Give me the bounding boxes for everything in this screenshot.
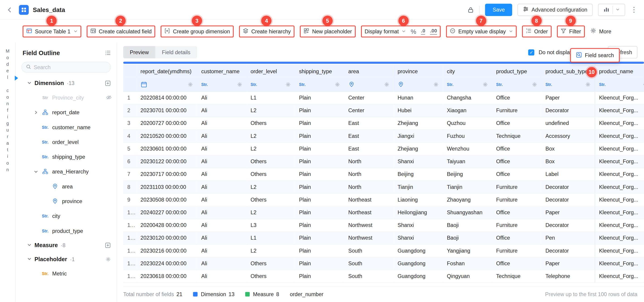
column-header-product_type[interactable]: product_type [492,65,542,78]
chevron-right-icon[interactable] [34,110,38,114]
plus-square-icon[interactable] [105,80,111,86]
eye-off-icon[interactable] [106,95,112,100]
back-icon[interactable] [6,6,13,13]
gear-icon[interactable] [237,82,242,87]
row-number-cell: 3 [123,117,136,129]
table-cell: L2 [246,244,295,257]
gear-icon[interactable] [384,82,390,87]
tab-preview[interactable]: Preview [123,46,155,58]
table-cell: East [344,117,394,129]
chevron-down-icon[interactable] [27,242,32,248]
advanced-configuration-button[interactable]: Advanced configuration [518,4,593,16]
tree-section-dimension[interactable]: Dimension·13 [16,76,116,90]
gear-icon[interactable] [643,82,644,87]
dataset-icon [19,5,29,15]
column-header-shipping_type[interactable]: shipping_type [295,65,344,78]
display-format-dropdown[interactable]: Display format [364,28,406,34]
pin-type-icon[interactable] [398,82,404,87]
calendar-type-icon[interactable] [140,81,147,87]
tab-field-details[interactable]: Field details [155,46,197,58]
chevron-down-icon[interactable] [27,80,32,86]
table-cell: Qingyuan [443,270,492,282]
column-header-product_name[interactable]: product_name [595,65,644,78]
gear-icon[interactable] [286,82,291,87]
field-search-popup[interactable]: 10 Field search [570,48,620,62]
gear-icon[interactable] [532,82,537,87]
measure-legend-icon [245,292,250,296]
gear-icon[interactable] [434,82,439,87]
str-type-icon[interactable]: Str. [546,82,552,87]
order-button[interactable]: Order [526,28,548,35]
str-type-icon[interactable]: Str. [201,82,208,87]
create-calculated-field-button[interactable]: Create calculated field [90,28,152,35]
source-table-select[interactable]: Source Table 1 [26,28,78,35]
table-cell: Plain [295,270,344,282]
column-type-cell: Str. [443,78,492,91]
table-cell: Kleencut_Forg... [595,257,644,270]
column-header-city[interactable]: city [443,65,492,78]
panel-expand-arrow-icon[interactable] [15,76,18,81]
create-group-dimension-button[interactable]: Create group dimension [164,28,230,35]
field-label: city [52,213,60,219]
annotation-badge-1: 1 [46,16,56,26]
str-type-icon[interactable]: Str. [299,82,306,87]
table-cell: undefined [542,117,595,129]
chevron-down-icon[interactable] [27,256,32,262]
decrease-decimal-button[interactable]: .0 [421,28,425,35]
pin-type-icon[interactable] [348,82,355,87]
table-cell: Guangdong [394,257,443,270]
field-item-product_type[interactable]: Str.product_type [16,223,116,238]
gear-icon[interactable] [585,82,590,87]
field-item-city[interactable]: Str.city [16,209,116,223]
chart-view-split-button[interactable] [598,4,625,16]
percent-format-button[interactable]: % [411,28,416,35]
table-cell: North [344,181,394,193]
field-search-box[interactable] [21,62,111,73]
field-item-order_level[interactable]: Str.order_level [16,134,116,149]
save-button[interactable]: Save [485,4,512,16]
create-hierarchy-button[interactable]: Create hierarchy [243,28,291,35]
column-header-province[interactable]: province [394,65,443,78]
field-item-area_Hierarchy[interactable]: area_Hierarchy [16,164,116,179]
horizontal-scrollbar[interactable] [123,62,644,64]
tree-section-placeholder[interactable]: Placeholder·1 [16,252,116,266]
filter-button[interactable]: Filter [560,28,581,35]
collapse-outline-icon[interactable] [105,50,111,56]
field-item-area[interactable]: area [16,179,116,194]
str-type-icon[interactable]: Str. [496,82,503,87]
gear-icon[interactable] [482,82,488,87]
column-header-order_level[interactable]: order_level [246,65,295,78]
more-button[interactable]: More [590,28,612,35]
str-type-icon[interactable]: Str. [599,82,606,87]
search-input[interactable] [34,64,106,70]
new-placeholder-button[interactable]: New placeholder [304,28,352,35]
str-type-icon[interactable]: Str. [250,82,257,87]
str-type-icon[interactable]: Str. [447,82,453,87]
plus-square-icon[interactable] [105,242,111,248]
more-menu-icon[interactable]: ⋮ [630,6,638,13]
empty-value-display-dropdown[interactable]: Empty value display [450,28,513,35]
field-item-shipping_type[interactable]: Str.shipping_type [16,149,116,164]
field-item-report_date[interactable]: report_date [16,105,116,120]
gear-icon[interactable] [335,82,340,87]
field-item-Metric[interactable]: Str.Metric [16,266,116,281]
column-header-customer_name[interactable]: customer_name [197,65,246,78]
section-label: Placeholder [34,256,67,262]
gear-icon[interactable] [188,82,193,87]
chevron-down-icon [402,29,406,33]
tree-section-measure[interactable]: Measure·8 [16,238,116,252]
gear-icon[interactable] [106,256,111,262]
model-configuration-rail[interactable]: Model configuration [0,43,16,302]
column-header-report_date(ymdhms)[interactable]: report_date(ymdhms) [136,65,197,78]
field-item-customer_name[interactable]: Str.customer_name [16,120,116,134]
chevron-down-icon[interactable] [34,169,38,174]
field-item-Province_city[interactable]: StrProvince_city [16,90,116,105]
field-item-province[interactable]: province [16,194,116,208]
column-header-area[interactable]: area [344,65,394,78]
advanced-configuration-label: Advanced configuration [532,7,587,13]
table-cell: Shanxi [394,219,443,231]
table-row: 920230508 00:00:00AliOthersPlainNortheas… [123,193,644,206]
increase-decimal-button[interactable]: .00 [430,28,437,35]
lock-icon[interactable] [468,6,474,13]
hide-fields-checkbox[interactable]: ✓ [528,49,534,55]
